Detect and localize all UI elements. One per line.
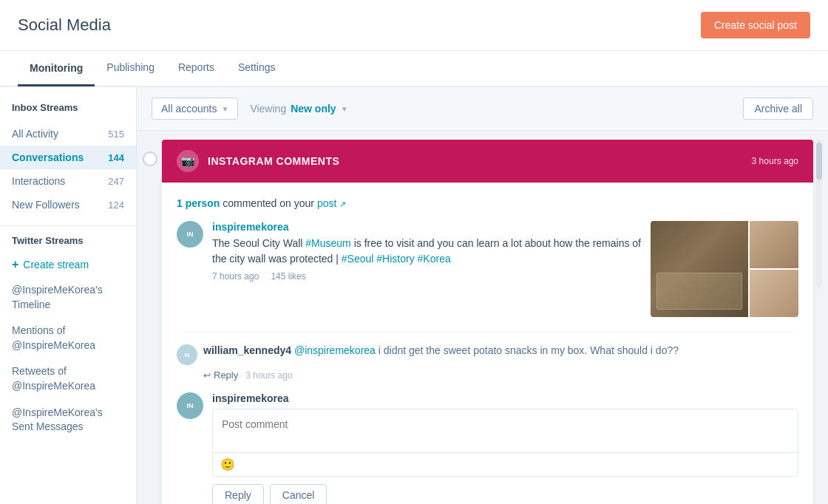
viewing-value: New only xyxy=(291,103,336,115)
scrollbar-track[interactable] xyxy=(816,140,822,287)
post-image xyxy=(651,221,798,317)
tab-publishing[interactable]: Publishing xyxy=(95,51,166,86)
reply-button[interactable]: ↩ Reply xyxy=(203,370,238,381)
create-post-button[interactable]: Create social post xyxy=(701,12,810,38)
post-link[interactable]: post ↗ xyxy=(317,197,346,209)
app-title: Social Media xyxy=(18,16,111,35)
app-header: Social Media Create social post xyxy=(0,0,828,51)
sidebar: Inbox Streams All Activity 515 Conversat… xyxy=(0,87,137,504)
cancel-reply-button[interactable]: Cancel xyxy=(270,484,328,504)
post-text: The Seoul City Wall #Museum is free to v… xyxy=(212,236,642,267)
instagram-stream-card: 📷 INSTAGRAM COMMENTS 3 hours ago 1 perso… xyxy=(162,140,813,504)
reply-label: Reply xyxy=(214,370,238,381)
hashtag-museum[interactable]: #Museum xyxy=(305,237,350,249)
emoji-button[interactable]: 🙂 xyxy=(220,457,235,471)
tab-monitoring[interactable]: Monitoring xyxy=(18,52,95,86)
create-stream-button[interactable]: + Create stream xyxy=(0,252,136,277)
viewing-filter[interactable]: Viewing New only ▼ xyxy=(250,103,347,115)
sidebar-item-sent[interactable]: @InspireMeKorea's Sent Messages xyxy=(0,400,136,440)
sidebar-item-new-followers[interactable]: New Followers 124 xyxy=(0,193,136,217)
stream-header-left: 📷 INSTAGRAM COMMENTS xyxy=(177,150,339,172)
commenter-mention: @inspiremekorea xyxy=(294,344,379,356)
nav-tabs: Monitoring Publishing Reports Settings xyxy=(0,51,828,87)
sidebar-item-timeline[interactable]: @InspireMeKorea's Timeline xyxy=(0,277,136,318)
sidebar-item-label: All Activity xyxy=(12,128,58,140)
sidebar-item-retweets[interactable]: Retweets of @InspireMeKorea xyxy=(0,358,136,399)
avatar: IN xyxy=(177,221,203,248)
sidebar-item-label: Conversations xyxy=(12,151,84,163)
post-author[interactable]: inspiremekorea xyxy=(212,221,642,233)
hashtag-seoul[interactable]: #Seoul xyxy=(342,253,374,265)
sidebar-item-label: Interactions xyxy=(12,175,65,187)
post-content: inspiremekorea The Seoul City Wall #Muse… xyxy=(212,221,642,317)
image-right xyxy=(750,221,798,317)
content-area: All accounts ▼ Viewing New only ▼ Archiv… xyxy=(137,87,828,504)
reply-actions: Reply Cancel xyxy=(212,484,798,504)
summary-count: 1 person xyxy=(177,197,220,209)
reply-area: ↩ Reply 3 hours ago xyxy=(203,370,798,381)
sidebar-item-count: 124 xyxy=(108,200,124,211)
stream-body: 1 person commented on your post ↗ IN ins… xyxy=(162,183,813,504)
sidebar-item-all-activity[interactable]: All Activity 515 xyxy=(0,122,136,146)
reply-avatar: IN xyxy=(177,392,203,419)
comment-timestamp: 3 hours ago xyxy=(245,370,292,381)
main-layout: Inbox Streams All Activity 515 Conversat… xyxy=(0,87,828,504)
reply-author: inspiremekorea xyxy=(212,392,798,404)
image-left xyxy=(651,221,748,317)
sidebar-item-interactions[interactable]: Interactions 247 xyxy=(0,169,136,193)
summary-text: commented on your xyxy=(223,197,317,209)
stream-name: INSTAGRAM COMMENTS xyxy=(208,155,339,167)
sidebar-divider xyxy=(0,225,136,226)
reply-compose-box: inspiremekorea 🙂 Reply Cancel xyxy=(212,392,798,504)
sidebar-item-mentions[interactable]: Mentions of @InspireMeKorea xyxy=(0,318,136,358)
user-comment: W william_kennedy4 @inspiremekorea i did… xyxy=(177,332,798,381)
tab-settings[interactable]: Settings xyxy=(226,51,288,86)
instagram-icon-circle: 📷 xyxy=(177,150,199,172)
content-toolbar: All accounts ▼ Viewing New only ▼ Archiv… xyxy=(137,87,828,131)
feed-area: 📷 INSTAGRAM COMMENTS 3 hours ago 1 perso… xyxy=(137,131,828,504)
toolbar-left: All accounts ▼ Viewing New only ▼ xyxy=(152,98,348,120)
accounts-label: All accounts xyxy=(161,103,217,115)
viewing-text: Viewing xyxy=(250,103,286,115)
hashtag-korea[interactable]: #Korea xyxy=(418,253,451,265)
sidebar-item-count: 247 xyxy=(108,176,124,187)
submit-reply-button[interactable]: Reply xyxy=(212,484,264,504)
sidebar-item-conversations[interactable]: Conversations 144 xyxy=(0,146,136,169)
inbox-streams-title: Inbox Streams xyxy=(0,102,136,122)
emoji-bar: 🙂 xyxy=(212,453,798,477)
reply-compose: IN inspiremekorea 🙂 Reply Cancel xyxy=(177,392,798,504)
commenter-text: i didnt get the sweet potato snacks in m… xyxy=(379,344,679,356)
sidebar-item-label: New Followers xyxy=(12,199,80,211)
external-link-icon: ↗ xyxy=(339,200,346,208)
comment-content: william_kennedy4 @inspiremekorea i didnt… xyxy=(203,344,679,356)
tab-reports[interactable]: Reports xyxy=(166,51,226,86)
plus-icon: + xyxy=(12,258,18,271)
chevron-down-icon: ▼ xyxy=(221,105,228,113)
sidebar-item-count: 515 xyxy=(108,129,124,140)
reply-textarea[interactable] xyxy=(212,409,798,453)
accounts-filter[interactable]: All accounts ▼ xyxy=(152,98,238,120)
hashtag-history[interactable]: #History xyxy=(376,253,414,265)
post-meta: 7 hours ago 145 likes xyxy=(212,271,642,282)
chevron-down-icon: ▼ xyxy=(341,105,348,113)
comment-user-avatar: W xyxy=(177,344,197,365)
stream-checkbox[interactable] xyxy=(143,151,157,166)
post-time: 7 hours ago xyxy=(212,271,259,282)
reply-icon: ↩ xyxy=(203,370,211,381)
main-post: IN inspiremekorea The Seoul City Wall #M… xyxy=(177,221,798,317)
twitter-streams-title: Twitter Streams xyxy=(0,235,136,252)
commenter-username: william_kennedy4 xyxy=(203,344,294,356)
feed-item-wrapper: 📷 INSTAGRAM COMMENTS 3 hours ago 1 perso… xyxy=(137,131,828,504)
sidebar-item-count: 144 xyxy=(108,152,124,163)
scrollbar-thumb[interactable] xyxy=(816,143,822,180)
create-stream-label: Create stream xyxy=(23,259,89,270)
instagram-icon: 📷 xyxy=(181,154,195,168)
stream-header: 📷 INSTAGRAM COMMENTS 3 hours ago xyxy=(162,140,813,183)
stream-time: 3 hours ago xyxy=(752,156,798,166)
comment-summary: 1 person commented on your post ↗ xyxy=(177,197,798,209)
archive-all-button[interactable]: Archive all xyxy=(743,98,813,120)
post-likes: 145 likes xyxy=(271,271,305,282)
